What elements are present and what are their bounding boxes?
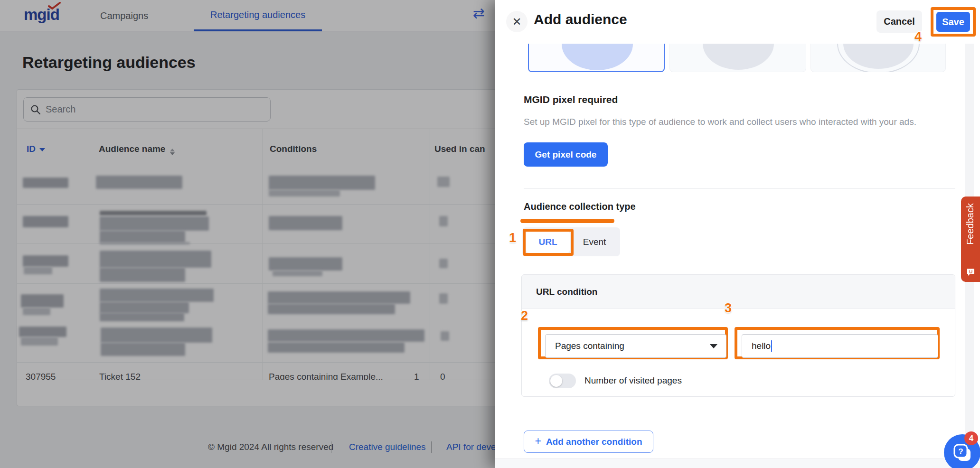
visited-pages-toggle[interactable] bbox=[549, 374, 576, 388]
chat-notification-badge: 4 bbox=[964, 431, 978, 445]
audience-type-card[interactable] bbox=[810, 44, 946, 72]
save-button[interactable]: Save bbox=[936, 12, 970, 32]
collection-type-heading: Audience collection type bbox=[524, 201, 636, 212]
annotation-step4: 4 bbox=[914, 29, 922, 44]
drawer-title: Add audience bbox=[534, 11, 627, 28]
card-circle-icon bbox=[703, 44, 774, 70]
section-divider bbox=[524, 188, 955, 189]
add-audience-drawer: ✕ Add audience Cancel Save 4 MGID pixel … bbox=[495, 0, 980, 468]
card-circle-icon bbox=[562, 44, 633, 70]
add-another-condition-button[interactable]: + Add another condition bbox=[524, 431, 653, 453]
feedback-bubble-icon bbox=[966, 268, 975, 276]
collection-type-switcher: URL Event bbox=[522, 227, 620, 256]
audience-type-cards bbox=[495, 44, 970, 72]
drawer-footer bbox=[495, 459, 980, 468]
visited-pages-toggle-label: Number of visited pages bbox=[584, 375, 682, 386]
selected-operator: Pages containing bbox=[555, 341, 624, 351]
plus-icon: + bbox=[535, 435, 541, 448]
annotation-underline bbox=[520, 219, 614, 223]
audience-type-card-selected[interactable] bbox=[528, 44, 665, 72]
text-cursor bbox=[771, 340, 772, 352]
annotation-step2: 2 bbox=[521, 309, 528, 323]
drawer-header: ✕ Add audience Cancel Save 4 bbox=[495, 0, 980, 44]
audience-type-card[interactable] bbox=[669, 44, 806, 72]
screen: mgid Campaigns Retargeting audiences ⇄ R… bbox=[0, 0, 980, 468]
feedback-tab[interactable]: Feedback bbox=[961, 197, 980, 282]
toggle-knob bbox=[550, 375, 562, 387]
modal-backdrop[interactable] bbox=[0, 0, 495, 468]
feedback-label: Feedback bbox=[965, 203, 976, 245]
tab-event[interactable]: Event bbox=[573, 231, 616, 253]
url-condition-card: URL condition Pages containing hello Num… bbox=[521, 274, 955, 397]
annotation-box-step3: hello bbox=[735, 327, 940, 359]
help-chat-icon: ? bbox=[952, 442, 973, 463]
get-pixel-code-button[interactable]: Get pixel code bbox=[524, 142, 608, 167]
svg-text:?: ? bbox=[958, 447, 963, 456]
pixel-required-heading: MGID pixel required bbox=[524, 94, 618, 105]
close-icon[interactable]: ✕ bbox=[506, 11, 528, 32]
annotation-step1: 1 bbox=[509, 231, 516, 245]
pixel-required-description: Set up MGID pixel for this type of audie… bbox=[524, 117, 961, 127]
annotation-step3: 3 bbox=[725, 301, 732, 316]
condition-value-text: hello bbox=[752, 341, 771, 351]
annotation-box-step2: Pages containing bbox=[538, 327, 728, 359]
url-condition-heading: URL condition bbox=[522, 275, 955, 309]
condition-value-input[interactable]: hello bbox=[742, 334, 938, 358]
chevron-down-icon bbox=[710, 344, 717, 348]
tab-url[interactable]: URL bbox=[526, 231, 570, 253]
condition-operator-select[interactable]: Pages containing bbox=[545, 334, 726, 358]
